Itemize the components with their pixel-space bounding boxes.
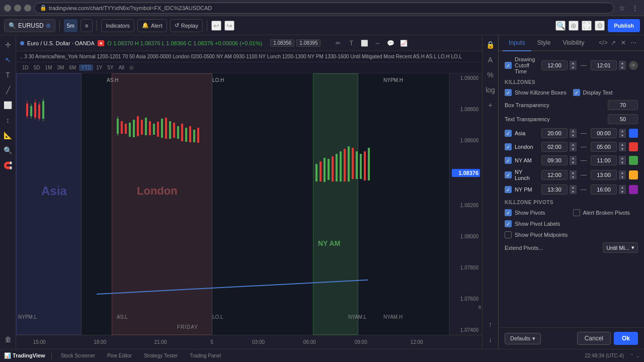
publish-button[interactable]: Publish: [608, 19, 640, 32]
text-icon[interactable]: T: [2, 68, 15, 81]
scale-auto-icon[interactable]: A: [484, 53, 497, 66]
london-start-up[interactable]: ▲: [570, 142, 577, 147]
box-transparency-input[interactable]: 70: [608, 100, 638, 110]
cutoff-start-down[interactable]: ▼: [570, 65, 577, 70]
arrow-down-icon[interactable]: ↓: [484, 333, 497, 346]
scale-percent-icon[interactable]: %: [484, 68, 497, 81]
period-all[interactable]: All: [117, 64, 126, 71]
bubble-tool[interactable]: 💬: [385, 38, 396, 49]
code-icon[interactable]: </>: [599, 38, 608, 47]
nylunch-end[interactable]: 13:00: [591, 170, 617, 180]
text-tool[interactable]: T: [346, 38, 357, 49]
drawing-cutoff-checkbox[interactable]: [505, 62, 512, 69]
nypm-checkbox[interactable]: [505, 186, 512, 193]
menu-icon[interactable]: ⋮: [630, 3, 640, 13]
zoom-out-icon[interactable]: 🔍: [555, 21, 566, 31]
nylunch-start-down[interactable]: ▼: [570, 175, 577, 179]
london-start[interactable]: 02:00: [541, 142, 568, 152]
period-ytd[interactable]: YTD: [79, 64, 93, 71]
nylunch-start-up[interactable]: ▲: [570, 170, 577, 175]
london-end-up[interactable]: ▲: [619, 142, 626, 147]
external-icon[interactable]: ↗: [609, 38, 618, 47]
nypm-end-down[interactable]: ▼: [619, 190, 626, 194]
indicators-button[interactable]: Indicators: [101, 19, 134, 32]
reload-button[interactable]: [24, 5, 31, 12]
measure-icon[interactable]: 📐: [2, 129, 15, 142]
star-icon[interactable]: ☆: [617, 3, 627, 13]
collapse-icon[interactable]: ⌄: [636, 353, 640, 358]
interval-button[interactable]: ≡: [80, 19, 93, 32]
asia-end[interactable]: 00:00: [591, 128, 617, 138]
tab-inputs[interactable]: Inputs: [503, 35, 531, 51]
london-end[interactable]: 05:00: [591, 142, 617, 152]
nyam-start-down[interactable]: ▼: [570, 160, 577, 165]
nypm-color-swatch[interactable]: [629, 185, 638, 194]
redo-button[interactable]: ↪: [224, 21, 234, 31]
timeframe-button[interactable]: 5m: [64, 19, 77, 32]
chart-canvas[interactable]: AS.H LO.H NYPM.H Asia London NY AM NYPM.…: [16, 73, 449, 335]
trash-icon[interactable]: 🗑: [2, 333, 15, 346]
asia-end-up[interactable]: ▲: [619, 129, 626, 133]
show-killzone-checkbox[interactable]: [505, 89, 512, 96]
fullscreen-icon[interactable]: ⛶: [582, 21, 592, 31]
cutoff-reset-icon[interactable]: ⟳: [629, 61, 638, 70]
nypm-start-up[interactable]: ▲: [570, 185, 577, 190]
show-pivot-midpoints-checkbox[interactable]: [505, 231, 512, 238]
period-1y[interactable]: 1Y: [94, 64, 104, 71]
pine-editor-tab[interactable]: Pine Editor: [104, 353, 135, 358]
scale-log-icon[interactable]: log: [484, 83, 497, 97]
undo-button[interactable]: ↩: [211, 21, 221, 31]
compare-icon[interactable]: +: [484, 99, 497, 112]
zoom-icon[interactable]: 🔍: [2, 144, 15, 157]
fib-icon[interactable]: ↕: [2, 114, 15, 127]
show-pivots-checkbox[interactable]: [505, 209, 512, 216]
nyam-end[interactable]: 11:00: [591, 155, 617, 165]
period-5y[interactable]: 5Y: [106, 64, 116, 71]
london-end-down[interactable]: ▼: [619, 147, 626, 151]
trend-tool[interactable]: 📈: [398, 38, 409, 49]
period-3m[interactable]: 3M: [55, 64, 66, 71]
cancel-button[interactable]: Cancel: [577, 332, 611, 345]
display-text-checkbox[interactable]: [573, 89, 580, 96]
nylunch-end-down[interactable]: ▼: [619, 175, 626, 179]
alert-button[interactable]: 🔔 Alert: [137, 19, 167, 32]
settings-icon[interactable]: ⚙: [595, 21, 605, 31]
london-color-swatch[interactable]: [629, 142, 638, 151]
strategy-tester-tab[interactable]: Strategy Tester: [141, 353, 181, 358]
asia-end-down[interactable]: ▼: [619, 133, 626, 138]
nyam-color-swatch[interactable]: [629, 156, 638, 165]
tab-style[interactable]: Style: [531, 35, 557, 51]
nyam-checkbox[interactable]: [505, 157, 512, 164]
close-panel-button[interactable]: ✕: [619, 38, 628, 47]
nyam-end-up[interactable]: ▲: [619, 156, 626, 160]
nylunch-checkbox[interactable]: [505, 171, 512, 178]
nylunch-color-swatch[interactable]: [629, 170, 638, 179]
show-pivot-labels-checkbox[interactable]: [505, 220, 512, 227]
nyam-end-down[interactable]: ▼: [619, 160, 626, 165]
nylunch-start[interactable]: 12:00: [541, 170, 568, 180]
stock-screener-tab[interactable]: Stock Screener: [58, 353, 98, 358]
asia-start-up[interactable]: ▲: [570, 129, 577, 133]
address-bar[interactable]: 🔒 tradingview.com/chart/TYYxtN6x/?symbol…: [34, 3, 614, 14]
nyam-start[interactable]: 09:30: [541, 155, 568, 165]
expand-icon[interactable]: ⌃: [630, 353, 634, 358]
nylunch-end-up[interactable]: ▲: [619, 170, 626, 175]
nypm-end[interactable]: 16:00: [591, 185, 617, 195]
asia-color-swatch[interactable]: [629, 129, 638, 138]
nypm-end-up[interactable]: ▲: [619, 185, 626, 190]
back-button[interactable]: [4, 5, 11, 12]
asia-checkbox[interactable]: [505, 130, 512, 137]
shapes-icon[interactable]: ⬜: [2, 99, 15, 112]
cutoff-start-up[interactable]: ▲: [570, 61, 577, 65]
arrow-up-icon[interactable]: ↑: [484, 318, 497, 331]
nypm-start-down[interactable]: ▼: [570, 190, 577, 194]
more-options-icon[interactable]: ⋯: [629, 38, 638, 47]
london-start-down[interactable]: ▼: [570, 147, 577, 151]
trading-panel-tab[interactable]: Trading Panel: [187, 353, 224, 358]
asia-start-down[interactable]: ▼: [570, 133, 577, 138]
asia-start[interactable]: 20:00: [541, 128, 568, 138]
symbol-plus[interactable]: ⊕: [46, 22, 51, 29]
extend-pivots-select[interactable]: Until Mi... ▾: [603, 242, 638, 253]
ok-button[interactable]: Ok: [614, 332, 638, 345]
period-5d[interactable]: 5D: [32, 64, 42, 71]
